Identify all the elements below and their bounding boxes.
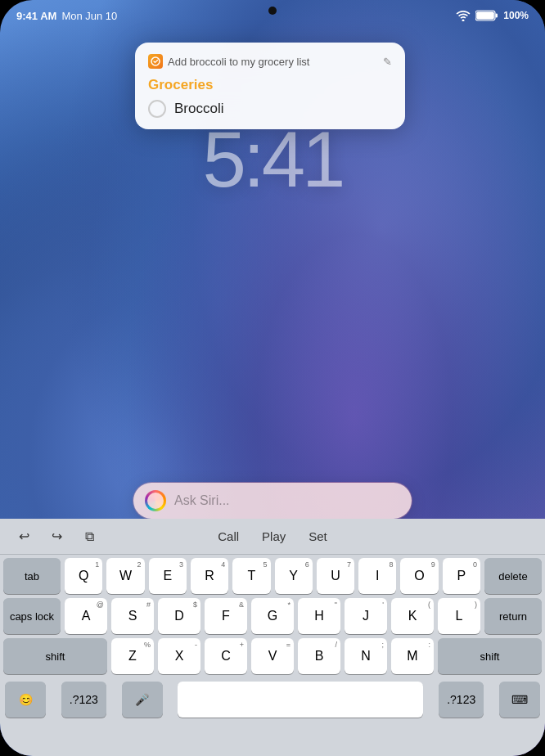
key-o[interactable]: O9 <box>400 558 438 594</box>
caps-lock-key[interactable]: caps lock <box>3 598 61 634</box>
key-f[interactable]: F& <box>205 598 247 634</box>
svg-rect-1 <box>476 11 494 20</box>
key-row-3: shift Z% X- C+ V= B/ N; M: shift <box>3 638 542 674</box>
ipad-frame: 9:41 AM Mon Jun 10 100% 5:41 <box>0 0 545 756</box>
battery-label: 100% <box>503 10 529 21</box>
key-y[interactable]: Y6 <box>275 558 313 594</box>
siri-icon <box>145 490 166 511</box>
toolbar-center: Call Play Set <box>141 526 405 547</box>
key-i[interactable]: I8 <box>358 558 396 594</box>
shift-left-key[interactable]: shift <box>3 638 107 674</box>
undo-button[interactable]: ↩ <box>8 524 39 550</box>
status-right: 100% <box>456 10 529 21</box>
grocery-list-name: Groceries <box>148 77 392 93</box>
keyboard-area: ↩ ↪ ⧉ Call Play Set tab Q1 W2 E3 R4 T5 Y… <box>0 519 545 756</box>
toolbar-left: ↩ ↪ ⧉ <box>8 524 141 550</box>
key-n[interactable]: N; <box>345 638 387 674</box>
keyboard-keys: tab Q1 W2 E3 R4 T5 Y6 U7 I8 O9 P0 delete… <box>0 555 545 680</box>
return-key[interactable]: return <box>484 598 542 634</box>
keyboard-toolbar: ↩ ↪ ⧉ Call Play Set <box>0 519 545 555</box>
notification-title-row: Add broccoli to my grocery list <box>148 54 309 69</box>
key-l[interactable]: L) <box>438 598 480 634</box>
keyboard-bottom: 😊 .?123 🎤 .?123 ⌨ <box>0 680 545 722</box>
item-checkbox[interactable] <box>148 100 166 118</box>
list-item-row: Broccoli <box>148 100 392 118</box>
siri-bar[interactable]: Ask Siri... <box>133 483 412 519</box>
key-p[interactable]: P0 <box>443 558 480 594</box>
key-q[interactable]: Q1 <box>65 558 102 594</box>
key-row-1: tab Q1 W2 E3 R4 T5 Y6 U7 I8 O9 P0 delete <box>3 558 542 594</box>
notification-edit-icon[interactable]: ✎ <box>383 56 392 68</box>
num-left-key[interactable]: .?123 <box>61 682 106 718</box>
emoji-key[interactable]: 😊 <box>5 682 46 718</box>
key-a[interactable]: A@ <box>65 598 107 634</box>
status-time: 9:41 AM <box>16 10 56 22</box>
keyboard-hide-key[interactable]: ⌨ <box>499 682 540 718</box>
status-date: Mon Jun 10 <box>61 10 117 22</box>
key-v[interactable]: V= <box>251 638 294 674</box>
set-shortcut[interactable]: Set <box>300 526 336 547</box>
call-shortcut[interactable]: Call <box>209 526 247 547</box>
play-shortcut[interactable]: Play <box>254 526 294 547</box>
key-z[interactable]: Z% <box>111 638 154 674</box>
delete-key[interactable]: delete <box>484 558 542 594</box>
key-c[interactable]: C+ <box>205 638 247 674</box>
key-row-2: caps lock A@ S# D$ F& G* H" J' K( L) ret… <box>3 598 542 634</box>
mic-key[interactable]: 🎤 <box>122 682 163 718</box>
battery-icon <box>475 10 498 21</box>
key-g[interactable]: G* <box>251 598 294 634</box>
key-d[interactable]: D$ <box>158 598 200 634</box>
copy-button[interactable]: ⧉ <box>74 524 105 550</box>
svg-rect-2 <box>496 14 498 18</box>
shift-right-key[interactable]: shift <box>438 638 542 674</box>
notification-subtitle: Add broccoli to my grocery list <box>168 56 309 68</box>
camera-notch <box>268 7 277 15</box>
key-j[interactable]: J' <box>345 598 387 634</box>
reminders-app-icon <box>148 54 163 69</box>
key-r[interactable]: R4 <box>191 558 228 594</box>
key-k[interactable]: K( <box>391 598 434 634</box>
siri-placeholder: Ask Siri... <box>174 493 400 508</box>
key-b[interactable]: B/ <box>298 638 340 674</box>
item-label: Broccoli <box>174 101 223 117</box>
redo-button[interactable]: ↪ <box>41 524 72 550</box>
space-key[interactable] <box>178 682 423 718</box>
wifi-icon <box>456 11 471 21</box>
key-x[interactable]: X- <box>158 638 200 674</box>
key-t[interactable]: T5 <box>232 558 270 594</box>
key-m[interactable]: M: <box>391 638 434 674</box>
key-e[interactable]: E3 <box>149 558 187 594</box>
key-h[interactable]: H" <box>298 598 340 634</box>
notification-header: Add broccoli to my grocery list ✎ <box>148 54 392 69</box>
key-u[interactable]: U7 <box>317 558 354 594</box>
key-s[interactable]: S# <box>111 598 154 634</box>
key-w[interactable]: W2 <box>106 558 144 594</box>
tab-key[interactable]: tab <box>3 558 61 594</box>
num-right-key[interactable]: .?123 <box>439 682 484 718</box>
notification-card[interactable]: Add broccoli to my grocery list ✎ Grocer… <box>135 43 405 129</box>
svg-point-3 <box>151 57 160 65</box>
